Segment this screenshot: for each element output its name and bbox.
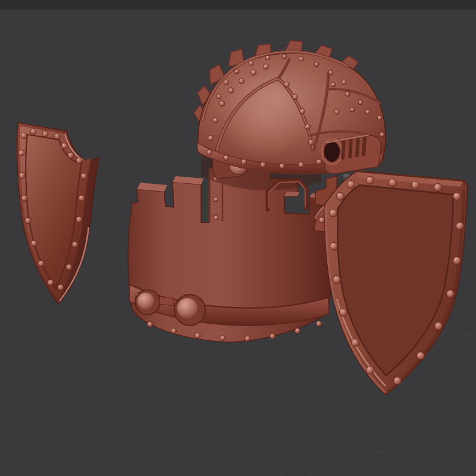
rivet xyxy=(317,321,322,327)
rivet xyxy=(314,62,319,67)
rivet xyxy=(309,140,314,145)
slat xyxy=(343,139,344,159)
rivet xyxy=(331,82,336,87)
rivet xyxy=(317,159,322,165)
rivet xyxy=(389,179,397,187)
rivet xyxy=(220,336,226,341)
rivet xyxy=(249,61,253,65)
rivet xyxy=(234,69,239,74)
rivet xyxy=(367,177,374,184)
rivet xyxy=(224,155,229,161)
rivet xyxy=(367,367,374,374)
rivet xyxy=(58,284,64,290)
rivet xyxy=(299,162,304,168)
boss-lens-left xyxy=(135,290,160,315)
viewport-canvas[interactable] xyxy=(0,0,476,476)
rivet xyxy=(300,109,305,114)
rivet xyxy=(30,129,36,134)
boss-bracket xyxy=(159,296,174,306)
rivet xyxy=(347,181,355,189)
rivet xyxy=(21,195,27,201)
rivet xyxy=(21,133,27,139)
rivet xyxy=(412,181,419,189)
rivet xyxy=(195,333,201,339)
rivet xyxy=(280,164,285,169)
rivet xyxy=(217,94,221,99)
rivet xyxy=(228,88,234,93)
rivet xyxy=(213,118,218,123)
rivet xyxy=(333,276,341,284)
rivet xyxy=(224,80,228,84)
rivet xyxy=(245,336,250,342)
rivet xyxy=(264,64,269,70)
rivet xyxy=(72,242,78,248)
rivet xyxy=(435,322,443,330)
socket-opening xyxy=(324,142,340,162)
rivet xyxy=(330,209,337,217)
rivet xyxy=(334,109,339,114)
rivet xyxy=(242,159,247,165)
rivet xyxy=(208,136,214,141)
rivet xyxy=(447,290,455,298)
rivet xyxy=(394,377,402,385)
rivet xyxy=(365,109,370,114)
rivet xyxy=(48,280,54,286)
rivet xyxy=(293,95,298,100)
slat xyxy=(350,138,351,158)
rivet xyxy=(66,264,72,270)
rivet xyxy=(377,115,382,120)
rivet xyxy=(342,80,346,84)
rivet xyxy=(270,334,275,339)
rivet xyxy=(214,215,218,220)
rivet xyxy=(265,55,270,60)
rivet xyxy=(38,261,44,267)
rivet xyxy=(340,309,347,317)
rivet xyxy=(284,82,290,87)
rivet xyxy=(350,107,355,112)
rivet xyxy=(261,162,266,168)
rivet xyxy=(171,328,177,334)
rivet xyxy=(148,322,153,327)
rivet xyxy=(54,133,60,139)
rivet xyxy=(251,70,256,76)
rivet xyxy=(299,57,303,61)
rivet xyxy=(19,173,25,178)
rivet xyxy=(68,152,74,158)
rivet xyxy=(220,101,225,107)
slat xyxy=(364,136,365,156)
rivet xyxy=(214,197,218,202)
rivet xyxy=(76,158,82,164)
rivet xyxy=(352,339,359,347)
rivet xyxy=(282,54,287,59)
viewport-3d[interactable] xyxy=(0,0,476,476)
rivet xyxy=(25,218,31,224)
boss-lens-right xyxy=(174,295,205,325)
rivet xyxy=(453,193,461,201)
rivet xyxy=(18,150,24,156)
rivet xyxy=(42,131,48,137)
rivet xyxy=(81,173,87,179)
rivet xyxy=(328,70,333,75)
rivet xyxy=(61,143,67,149)
rivet xyxy=(76,217,82,223)
rivet xyxy=(453,257,461,265)
slat xyxy=(357,137,358,157)
rivet xyxy=(305,124,311,130)
rivet xyxy=(417,352,425,360)
rivet xyxy=(31,240,37,246)
rivet xyxy=(337,193,345,201)
rivet xyxy=(207,150,212,155)
rivet xyxy=(380,132,384,137)
rivet xyxy=(456,223,464,230)
rivet xyxy=(358,100,363,105)
rivet xyxy=(239,79,245,84)
rivet xyxy=(319,217,325,223)
rivet xyxy=(79,195,84,201)
rivet xyxy=(330,243,338,250)
rivet xyxy=(434,184,442,192)
horizon-dark-band xyxy=(0,0,476,10)
merlon-top-face xyxy=(284,192,299,196)
rivet xyxy=(345,92,350,96)
rivet xyxy=(295,328,300,334)
